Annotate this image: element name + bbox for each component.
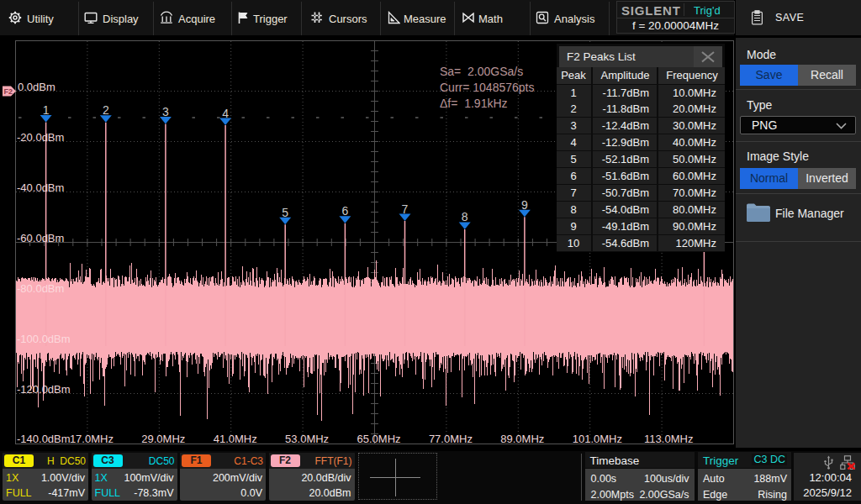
svg-text:-20.0dBm: -20.0dBm	[17, 131, 64, 144]
svg-text:0.0dBm: 0.0dBm	[18, 81, 55, 93]
svg-text:Δf= 1.91kHz: Δf= 1.91kHz	[440, 97, 508, 110]
svg-text:F2: F2	[4, 87, 13, 96]
svg-text:8: 8	[462, 210, 468, 223]
svg-text:113.0MHz: 113.0MHz	[644, 433, 693, 445]
svg-text:3: 3	[162, 105, 169, 118]
svg-text:-60.0dBm: -60.0dBm	[17, 232, 64, 244]
svg-text:65.0MHz: 65.0MHz	[357, 433, 401, 445]
svg-text:6: 6	[342, 204, 349, 218]
svg-text:17.0MHz: 17.0MHz	[70, 433, 114, 445]
svg-text:53.0MHz: 53.0MHz	[285, 433, 329, 445]
svg-text:101.0MHz: 101.0MHz	[573, 433, 622, 445]
svg-text:-100.0dBm: -100.0dBm	[17, 333, 71, 345]
svg-text:1: 1	[43, 103, 50, 117]
svg-text:4: 4	[222, 107, 229, 120]
svg-text:2: 2	[103, 103, 109, 117]
svg-text:-40.0dBm: -40.0dBm	[17, 181, 64, 194]
svg-text:5: 5	[282, 206, 288, 219]
svg-text:77.0MHz: 77.0MHz	[429, 433, 473, 445]
svg-text:29.0MHz: 29.0MHz	[141, 433, 185, 445]
svg-text:7: 7	[402, 202, 409, 216]
svg-text:Sa= 2.00GSa/s: Sa= 2.00GSa/s	[440, 65, 523, 78]
svg-text:-120.0dBm: -120.0dBm	[17, 383, 71, 396]
svg-text:-140.0dBm: -140.0dBm	[17, 433, 71, 445]
svg-text:-80.0dBm: -80.0dBm	[17, 282, 64, 295]
svg-text:41.0MHz: 41.0MHz	[214, 433, 257, 445]
svg-text:Curr= 1048576pts: Curr= 1048576pts	[440, 81, 534, 94]
svg-text:89.0MHz: 89.0MHz	[500, 433, 544, 445]
svg-text:9: 9	[521, 198, 528, 212]
